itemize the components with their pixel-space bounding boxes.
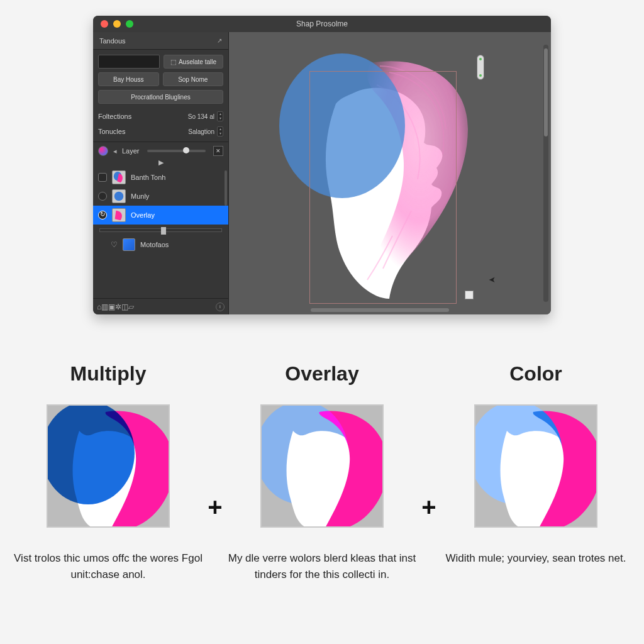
plus-icon: +	[416, 493, 441, 521]
svg-point-1	[114, 192, 124, 201]
visibility-toggle[interactable]	[98, 173, 107, 182]
layer-scrollbar[interactable]	[225, 170, 227, 206]
layer-header: ◂ Layer ✕	[93, 142, 228, 157]
layer-thumbnail	[112, 170, 126, 184]
layer-list: Banth Tonh Munly ↻ Overlay	[93, 168, 228, 253]
clipboard-icon[interactable]: ▣	[108, 303, 115, 311]
note-icon[interactable]: ▱	[128, 303, 134, 311]
opacity-slider[interactable]	[99, 228, 222, 232]
layer-label: Layer	[122, 147, 140, 155]
canvas[interactable]: ➤	[229, 32, 551, 314]
toggle-button[interactable]: ⬚ Auselate talle	[164, 55, 223, 69]
layer-item[interactable]: Banth Tonh	[93, 168, 228, 187]
compare-thumbnail	[260, 404, 384, 528]
globe-icon[interactable]: ✲	[115, 303, 121, 311]
action-button-1[interactable]: Bay Houss	[98, 72, 159, 86]
property-rows: Foltections So 134 al ▴▾ Tonucles Salagt…	[93, 106, 228, 142]
toggle-label: Auselate talle	[179, 58, 216, 65]
layer-thumbnail	[112, 189, 126, 203]
compare-desc: Vist trolos thic umos offc the wores Fgo…	[14, 550, 203, 582]
layer-name: Munly	[131, 192, 149, 200]
compare-thumbnail	[47, 404, 170, 528]
calendar-icon[interactable]: ▥	[101, 303, 108, 311]
layer-thumbnail	[123, 238, 135, 251]
property-label: Tonucles	[98, 128, 125, 135]
cursor-icon: ➤	[489, 275, 496, 284]
tag-icon[interactable]: ◫	[121, 303, 128, 311]
property-value: So 134 al	[188, 113, 214, 120]
property-value: Salagtion	[188, 128, 214, 135]
expand-icon[interactable]: ↗	[217, 37, 222, 44]
stepper-control[interactable]: ▴▾	[217, 111, 223, 121]
compare-title: Multiply	[70, 362, 147, 386]
info-icon[interactable]: i	[216, 303, 225, 311]
panel-tab[interactable]: Tandous ↗	[93, 32, 228, 50]
compare-desc: My dle verre wolors blerd kleas that ins…	[228, 550, 416, 582]
layer-subitem[interactable]: ♡ Motofaos	[93, 236, 228, 253]
visibility-toggle[interactable]: ↻	[98, 211, 107, 219]
action-button-3[interactable]: Procratlond Bluglines	[98, 90, 223, 104]
horizontal-scrollbar[interactable]	[311, 308, 449, 312]
heart-icon: ♡	[111, 240, 118, 249]
side-panel: Tandous ↗ ⬚ Auselate talle Bay Houss Sop…	[93, 32, 229, 314]
app-window: Shap Prosolme Tandous ↗ ⬚ Auselate talle…	[93, 16, 551, 314]
compare-desc: Widith mule; yourviey, sean trotes net.	[446, 550, 626, 567]
compare-multiply: Multiply Vist trolos thic umos offc the …	[14, 362, 203, 582]
top-fields: ⬚ Auselate talle Bay Houss Sop Nome Proc…	[93, 50, 228, 106]
layer-name: Overlay	[131, 211, 155, 219]
layer-name: Banth Tonh	[131, 174, 165, 181]
compare-title: Color	[509, 362, 562, 386]
arrow-icon: ◂	[113, 147, 117, 155]
resize-handle[interactable]	[465, 291, 474, 299]
home-icon[interactable]: ⌂	[97, 303, 101, 311]
property-row: Foltections So 134 al ▴▾	[98, 109, 223, 124]
layer-opacity-slider[interactable]	[147, 150, 206, 152]
name-input[interactable]	[98, 55, 160, 69]
stepper-control[interactable]: ▴▾	[217, 126, 223, 136]
panel-footer: ⌂ ▥ ▣ ✲ ◫ ▱ i	[93, 298, 228, 314]
visibility-toggle[interactable]	[98, 192, 107, 201]
comparison-row: Multiply Vist trolos thic umos offc the …	[14, 362, 630, 582]
property-row: Tonucles Salagtion ▴▾	[98, 124, 223, 139]
layer-item-selected[interactable]: ↻ Overlay	[93, 206, 228, 225]
compare-color: Color Widith mule; yourviey, sean trotes…	[441, 362, 630, 567]
vertical-scrollbar[interactable]	[543, 45, 548, 302]
artboard-bounds[interactable]	[309, 71, 457, 304]
ruler-handle[interactable]	[477, 55, 484, 80]
compare-overlay: Overlay My dle verre wolors blerd kleas …	[228, 362, 416, 582]
lock-icon: ⬚	[170, 58, 176, 65]
window-title: Shap Prosolme	[93, 19, 551, 28]
blend-mode-icon[interactable]	[98, 146, 108, 156]
compare-title: Overlay	[285, 362, 358, 386]
layer-thumbnail	[112, 208, 126, 222]
property-label: Foltections	[98, 113, 131, 120]
action-button-2[interactable]: Sop Nome	[163, 72, 224, 86]
play-button[interactable]: ▶	[93, 157, 228, 168]
plus-icon: +	[203, 493, 228, 521]
titlebar[interactable]: Shap Prosolme	[93, 16, 551, 32]
panel-tab-label: Tandous	[99, 37, 126, 45]
layer-name: Motofaos	[140, 241, 169, 248]
app-body: Tandous ↗ ⬚ Auselate talle Bay Houss Sop…	[93, 32, 551, 314]
compare-thumbnail	[474, 404, 597, 528]
layer-item[interactable]: Munly	[93, 187, 228, 206]
delete-layer-button[interactable]: ✕	[213, 146, 223, 156]
